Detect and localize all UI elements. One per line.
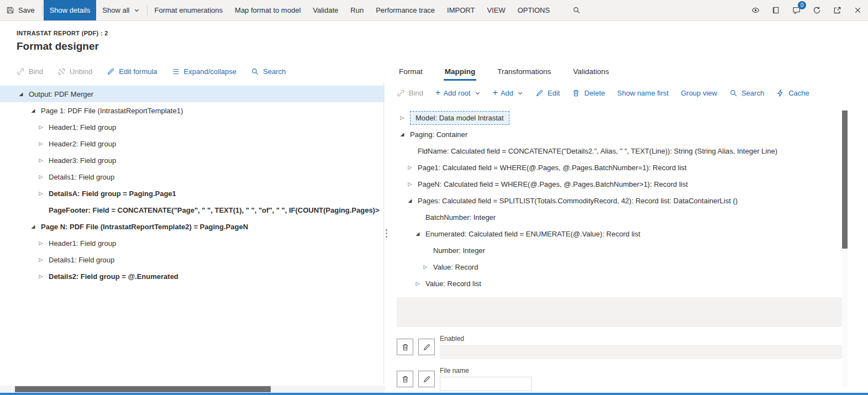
save-button[interactable]: Save	[0, 0, 41, 20]
collapse-arrow-icon[interactable]: ◢	[397, 132, 408, 137]
tree-node[interactable]: ▷Header1: Field group	[0, 119, 385, 135]
refresh-button[interactable]	[807, 0, 827, 20]
bind-button[interactable]: Bind	[17, 67, 43, 76]
tree-node[interactable]: PageFooter: Field = CONCATENATE("Page", …	[0, 202, 385, 218]
collapse-arrow-icon[interactable]: ◢	[28, 108, 39, 113]
tree-node[interactable]: ▷PageN: Calculated field = WHERE(@.Pages…	[390, 176, 851, 192]
tree-node[interactable]: ▷Header2: Field group	[0, 135, 385, 152]
tree-node[interactable]: ◢Output: PDF Merger	[0, 86, 385, 102]
expand-arrow-icon[interactable]: ▷	[397, 115, 408, 120]
tree-node[interactable]: Number: Integer	[390, 242, 851, 259]
expand-arrow-icon[interactable]: ▷	[404, 165, 415, 170]
vertical-scrollbar-thumb[interactable]	[842, 110, 848, 249]
add-dropdown[interactable]: + Add	[493, 88, 523, 97]
mapping-bind-button[interactable]: Bind	[397, 89, 423, 97]
tree-node[interactable]: ▷Details1: Field group	[0, 168, 385, 185]
link-icon	[17, 67, 25, 76]
tree-node[interactable]: ▷Model: Data model Intrastat	[390, 109, 851, 126]
show-name-first-button[interactable]: Show name first	[617, 89, 669, 97]
pane-splitter[interactable]	[383, 83, 388, 384]
cache-button[interactable]: Cache	[776, 89, 809, 97]
vertical-scrollbar[interactable]	[842, 110, 848, 387]
chevron-down-icon	[517, 90, 523, 96]
tree-node[interactable]: ▷Value: Record list	[390, 275, 851, 292]
tree-node[interactable]: ◢Pages: Calculated field = SPLITLIST(Tot…	[390, 192, 851, 209]
add-root-dropdown[interactable]: + Add root	[435, 88, 481, 97]
collapse-arrow-icon[interactable]: ◢	[28, 224, 39, 229]
format-search-button[interactable]: Search	[251, 67, 286, 76]
expand-arrow-icon[interactable]: ▷	[404, 182, 415, 187]
tab-mapping[interactable]: Mapping	[444, 67, 477, 81]
chevron-down-icon	[475, 90, 481, 96]
action-search-button[interactable]	[565, 0, 588, 20]
expand-arrow-icon[interactable]: ▷	[35, 175, 46, 180]
group-view-button[interactable]: Group view	[681, 89, 717, 97]
notification-badge: 0	[798, 1, 806, 9]
open-in-new-window-button[interactable]	[827, 0, 848, 20]
expand-arrow-icon[interactable]: ▷	[420, 265, 431, 270]
expand-arrow-icon[interactable]: ▷	[35, 141, 46, 146]
tree-node[interactable]: ▷Page1: Calculated field = WHERE(@.Pages…	[390, 159, 851, 176]
run-button[interactable]: Run	[344, 0, 370, 20]
validate-button[interactable]: Validate	[307, 0, 344, 20]
data-source-tree: ▷Model: Data model Intrastat ◢Paging: Co…	[390, 109, 851, 292]
tree-node[interactable]: BatchNumber: Integer	[390, 209, 851, 225]
options-menu[interactable]: OPTIONS	[512, 0, 556, 20]
tree-node[interactable]: FldName: Calculated field = CONCATENATE(…	[390, 143, 851, 159]
messages-button[interactable]: 0	[786, 0, 807, 20]
tree-node[interactable]: ▷Header3: Field group	[0, 152, 385, 168]
file-name-input[interactable]	[440, 377, 532, 391]
expand-collapse-button[interactable]: Expand/collapse	[172, 67, 236, 76]
edit-binding-button[interactable]	[418, 371, 435, 387]
tab-validations[interactable]: Validations	[572, 67, 610, 81]
collapse-arrow-icon[interactable]: ◢	[412, 231, 423, 236]
expand-arrow-icon[interactable]: ▷	[35, 274, 46, 279]
toolbar-separator	[42, 5, 43, 15]
close-icon	[854, 6, 862, 14]
tree-node[interactable]: ◢Enumerated: Calculated field = ENUMERAT…	[390, 225, 851, 242]
pencil-icon	[423, 375, 431, 383]
tree-node[interactable]: ◢Page 1: PDF File (IntrastatReportTempla…	[0, 102, 385, 119]
expand-arrow-icon[interactable]: ▷	[412, 281, 423, 286]
map-format-to-model-button[interactable]: Map format to model	[229, 0, 307, 20]
expand-arrow-icon[interactable]: ▷	[35, 241, 46, 246]
tree-node[interactable]: ▷Details1: Field group	[0, 251, 385, 268]
collapse-arrow-icon[interactable]: ◢	[15, 92, 27, 97]
mapping-search-button[interactable]: Search	[729, 89, 764, 97]
preview-eye-button[interactable]	[745, 0, 766, 20]
enabled-input[interactable]	[440, 345, 845, 359]
expand-arrow-icon[interactable]: ▷	[35, 257, 46, 262]
expand-collapse-label: Expand/collapse	[184, 67, 236, 76]
tree-node[interactable]: ▷Value: Record	[390, 259, 851, 275]
show-details-toggle[interactable]: Show details	[44, 0, 97, 20]
unbind-button[interactable]: Unbind	[57, 67, 92, 76]
tab-format[interactable]: Format	[398, 67, 424, 81]
tree-node[interactable]: ◢Page N: PDF File (IntrastatReportTempla…	[0, 218, 385, 235]
edit-button[interactable]: Edit	[535, 89, 560, 97]
expand-arrow-icon[interactable]: ▷	[35, 125, 46, 130]
edit-binding-button[interactable]	[418, 339, 435, 355]
tree-node[interactable]: ◢Paging: Container	[390, 126, 851, 143]
tab-transformations[interactable]: Transformations	[496, 67, 552, 81]
horizontal-scrollbar-thumb[interactable]	[15, 386, 271, 392]
bind-label: Bind	[29, 67, 43, 76]
expand-arrow-icon[interactable]: ▷	[35, 191, 46, 196]
edit-formula-button[interactable]: Edit formula	[107, 67, 157, 76]
tree-node[interactable]: ▷Details2: Field group = @.Enumerated	[0, 268, 385, 285]
show-all-dropdown[interactable]: Show all	[96, 0, 145, 20]
documentation-button[interactable]	[766, 0, 786, 20]
performance-trace-button[interactable]: Performance trace	[370, 0, 441, 20]
tree-node[interactable]: ▷Header1: Field group	[0, 235, 385, 251]
delete-button[interactable]: Delete	[572, 89, 605, 97]
close-button[interactable]	[848, 0, 868, 20]
expand-arrow-icon[interactable]: ▷	[35, 158, 46, 163]
format-enumerations-button[interactable]: Format enumerations	[149, 0, 229, 20]
view-menu[interactable]: VIEW	[481, 0, 511, 20]
delete-binding-button[interactable]	[397, 339, 413, 355]
import-menu[interactable]: IMPORT	[441, 0, 481, 20]
horizontal-scrollbar[interactable]	[0, 386, 385, 393]
collapse-arrow-icon[interactable]: ◢	[404, 198, 415, 203]
plus-icon: +	[435, 88, 440, 97]
tree-node[interactable]: ▷DetailsA: Field group = Paging.Page1	[0, 185, 385, 202]
delete-binding-button[interactable]	[397, 371, 413, 387]
